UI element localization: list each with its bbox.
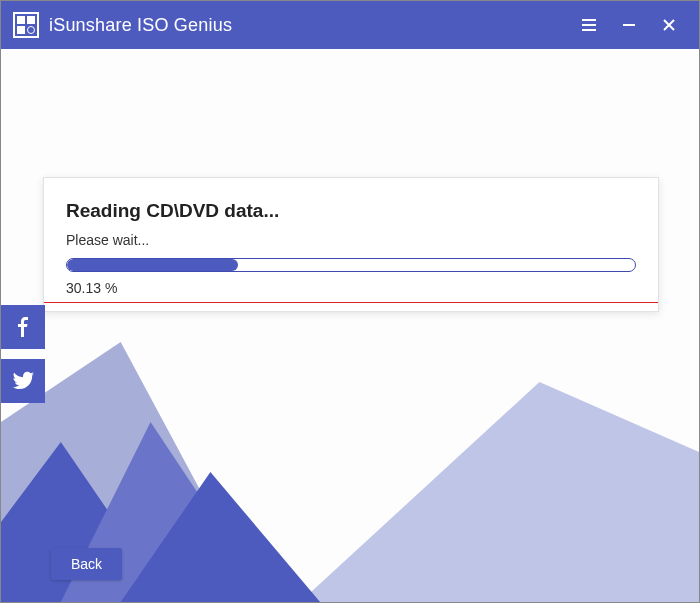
minimize-button[interactable] — [609, 1, 649, 49]
back-button[interactable]: Back — [51, 548, 122, 580]
progress-card: Reading CD\DVD data... Please wait... 30… — [43, 177, 659, 312]
twitter-button[interactable] — [1, 359, 45, 403]
svg-marker-10 — [121, 472, 320, 602]
menu-button[interactable] — [569, 1, 609, 49]
progress-fill — [67, 259, 238, 271]
minimize-icon — [622, 18, 636, 32]
progress-bar — [66, 258, 636, 272]
content-area: Reading CD\DVD data... Please wait... 30… — [1, 49, 699, 602]
facebook-button[interactable] — [1, 305, 45, 349]
progress-heading: Reading CD\DVD data... — [66, 200, 636, 222]
close-button[interactable] — [649, 1, 689, 49]
close-icon — [662, 18, 676, 32]
card-divider — [44, 302, 658, 303]
title-bar: iSunshare ISO Genius — [1, 1, 699, 49]
hamburger-icon — [581, 18, 597, 32]
facebook-icon — [13, 317, 33, 337]
progress-subtext: Please wait... — [66, 232, 636, 248]
app-title: iSunshare ISO Genius — [49, 15, 232, 36]
progress-percent: 30.13 % — [66, 280, 636, 302]
svg-marker-7 — [300, 382, 699, 602]
twitter-icon — [12, 371, 34, 391]
app-logo-icon — [13, 12, 39, 38]
